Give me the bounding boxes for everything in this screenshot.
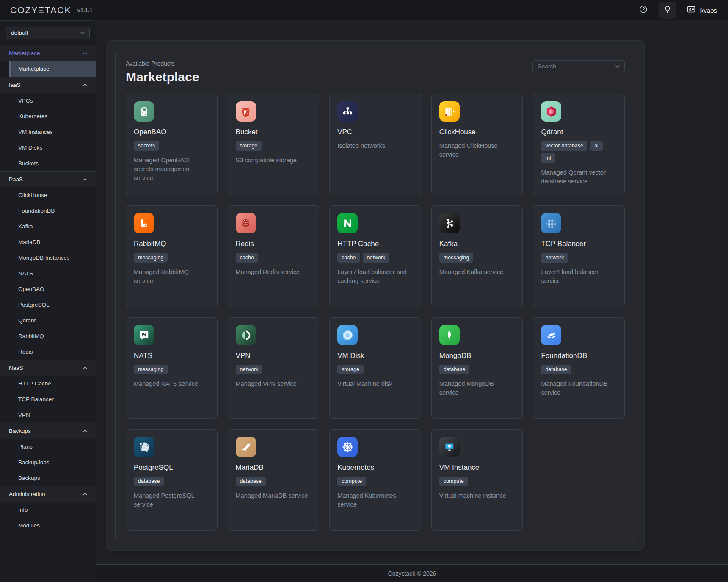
sidebar-section-naas: NaaSHTTP CacheTCP BalancerVPN: [0, 360, 96, 423]
sidebar-item-vm-disks[interactable]: VM Disks: [9, 140, 96, 155]
product-description: Managed ClickHouse service: [439, 141, 515, 159]
product-description: Managed RabbitMQ service: [134, 268, 210, 285]
postgresql-elephant-icon: [134, 437, 154, 457]
product-tags: messaging: [134, 365, 210, 374]
product-card-vm-instance[interactable]: VM InstancecomputeVirtual machine instan…: [431, 429, 523, 531]
product-description: Layer4 load balancer service: [541, 268, 617, 285]
product-name: NATS: [134, 352, 210, 360]
sidebar-item-mariadb[interactable]: MariaDB: [9, 234, 96, 250]
sidebar-section-header-naas[interactable]: NaaS: [0, 360, 96, 376]
product-card-foundationdb[interactable]: FoundationDBdatabaseManaged FoundationDB…: [533, 317, 625, 419]
product-card-vpn[interactable]: VPNnetworkManaged VPN service: [228, 317, 320, 419]
product-card-postgresql[interactable]: PostgreSQLdatabaseManaged PostgreSQL ser…: [126, 429, 218, 531]
sidebar-item-clickhouse[interactable]: ClickHouse: [9, 187, 96, 203]
product-name: VM Disk: [337, 352, 413, 360]
sidebar-item-http-cache[interactable]: HTTP Cache: [9, 376, 96, 391]
theme-toggle-button[interactable]: [659, 2, 676, 19]
product-description: Virtual Machine disk: [337, 380, 413, 388]
sidebar-item-nats[interactable]: NATS: [9, 266, 96, 281]
product-tags: compute: [439, 477, 515, 486]
product-card-vm-disk[interactable]: VM DiskstorageVirtual Machine disk: [329, 317, 421, 419]
sidebar-item-vpcs[interactable]: VPCs: [9, 93, 96, 108]
product-card-qdrant[interactable]: Qdrantvector-databaseaimlManaged Qdrant …: [533, 94, 625, 195]
user-name: kvaps: [700, 7, 717, 14]
sidebar-item-foundationdb[interactable]: FoundationDB: [9, 203, 96, 219]
sidebar-section-items: InfoModules: [0, 502, 96, 533]
sidebar-item-info[interactable]: Info: [9, 502, 96, 518]
sidebar-section-header-backups[interactable]: Backups: [0, 423, 96, 439]
sidebar-item-postgresql[interactable]: PostgreSQL: [9, 297, 96, 313]
product-card-kubernetes[interactable]: KubernetescomputeManaged Kubernetes serv…: [329, 429, 421, 531]
product-card-rabbitmq[interactable]: RabbitMQmessagingManaged RabbitMQ servic…: [126, 205, 218, 307]
tag-compute: compute: [337, 477, 366, 486]
tag-compute: compute: [439, 477, 468, 486]
product-name: PostgreSQL: [134, 463, 210, 472]
product-description: Managed OpenBAO secrets management servi…: [134, 156, 210, 183]
sidebar-item-openbao[interactable]: OpenBAO: [9, 281, 96, 297]
sidebar-section-header-administration[interactable]: Administration: [0, 486, 96, 502]
product-card-nats[interactable]: NATSmessagingManaged NATS service: [126, 317, 218, 419]
sidebar-item-kafka[interactable]: Kafka: [9, 219, 96, 234]
help-icon: [639, 5, 648, 16]
product-card-vpc[interactable]: VPCIsolated networks: [329, 94, 421, 195]
sidebar-item-backups[interactable]: Backups: [9, 470, 96, 486]
product-card-http-cache[interactable]: HTTP CachecachenetworkLayer7 load balanc…: [329, 205, 421, 307]
app-header: COZYΞTACK v1.1.1: [0, 0, 728, 20]
product-card-clickhouse[interactable]: ClickHouseManaged ClickHouse service: [431, 94, 523, 195]
clickhouse-bars-icon: [439, 101, 460, 122]
product-card-bucket[interactable]: BucketstorageS3 compatible storage: [228, 94, 320, 195]
sidebar-section-label: Backups: [9, 428, 31, 434]
sidebar-item-vm-instances[interactable]: VM Instances: [9, 124, 96, 140]
product-description: Layer7 load balancer and caching service: [337, 268, 413, 285]
sidebar-item-redis[interactable]: Redis: [9, 344, 96, 360]
sidebar-section-header-paas[interactable]: PaaS: [0, 171, 96, 187]
kubernetes-wheel-icon: [337, 437, 358, 457]
product-tags: messaging: [439, 253, 515, 263]
product-card-redis[interactable]: RediscacheManaged Redis service: [228, 205, 320, 307]
product-card-mariadb[interactable]: MariaDBdatabaseManaged MariaDB service: [228, 429, 320, 531]
help-button[interactable]: [637, 4, 649, 16]
sidebar-item-tcp-balancer[interactable]: TCP Balancer: [9, 391, 96, 407]
sidebar-item-modules[interactable]: Modules: [9, 518, 96, 533]
panel-header: Available Products Marketplace: [126, 60, 625, 84]
product-name: Kafka: [439, 240, 515, 248]
product-name: MariaDB: [236, 463, 312, 472]
product-card-tcp-balancer[interactable]: TCP BalancernetworkLayer4 load balancer …: [533, 205, 625, 307]
product-description: Managed Redis service: [236, 268, 312, 277]
search-input[interactable]: [537, 63, 612, 70]
sidebar-item-marketplace[interactable]: Marketplace: [9, 61, 96, 77]
product-description: S3 compatible storage: [236, 156, 312, 165]
lightbulb-icon: [663, 5, 672, 16]
vm-instance-icon: [439, 437, 460, 457]
tag-cache: cache: [337, 253, 360, 263]
kafka-icon: [439, 213, 460, 233]
sidebar-item-backupjobs[interactable]: BackupJobs: [9, 455, 96, 470]
user-menu[interactable]: kvaps: [686, 5, 717, 16]
sidebar-item-buckets[interactable]: Buckets: [9, 155, 96, 171]
sidebar-item-qdrant[interactable]: Qdrant: [9, 313, 96, 328]
mariadb-seal-icon: [236, 437, 256, 457]
tenant-selector[interactable]: default: [6, 27, 90, 39]
sidebar-item-kubernetes[interactable]: Kubernetes: [9, 108, 96, 124]
sidebar-section-header-marketplace[interactable]: Marketplace: [0, 45, 96, 61]
sidebar-item-vpn[interactable]: VPN: [9, 407, 96, 423]
search-box[interactable]: [532, 60, 625, 72]
product-card-openbao[interactable]: OpenBAOsecretsManaged OpenBAO secrets ma…: [126, 94, 218, 195]
sidebar-item-mongodb-instances[interactable]: MongoDB Instances: [9, 250, 96, 266]
sidebar-item-rabbitmq[interactable]: RabbitMQ: [9, 328, 96, 344]
breadcrumb: Available Products: [126, 60, 199, 67]
sidebar-nav: MarketplaceMarketplaceIaaSVPCsKubernetes…: [0, 45, 96, 533]
sidebar-section-items: Marketplace: [0, 61, 96, 77]
sidebar-section-header-iaas[interactable]: IaaS: [0, 77, 96, 93]
vpc-network-icon: [337, 101, 358, 122]
product-card-mongodb[interactable]: MongoDBdatabaseManaged MongoDB service: [431, 317, 523, 419]
product-description: Managed Kubernetes service: [337, 491, 413, 509]
user-badge-icon: [686, 5, 697, 16]
product-tags: storage: [337, 365, 413, 374]
tag-vector-database: vector-database: [541, 141, 587, 151]
product-card-kafka[interactable]: KafkamessagingManaged Kafka service: [431, 205, 523, 307]
sidebar: default MarketplaceMarketplaceIaaSVPCsKu…: [0, 20, 96, 582]
sidebar-item-plans[interactable]: Plans: [9, 439, 96, 455]
sidebar-section-administration: AdministrationInfoModules: [0, 486, 96, 533]
tag-cache: cache: [236, 253, 258, 263]
